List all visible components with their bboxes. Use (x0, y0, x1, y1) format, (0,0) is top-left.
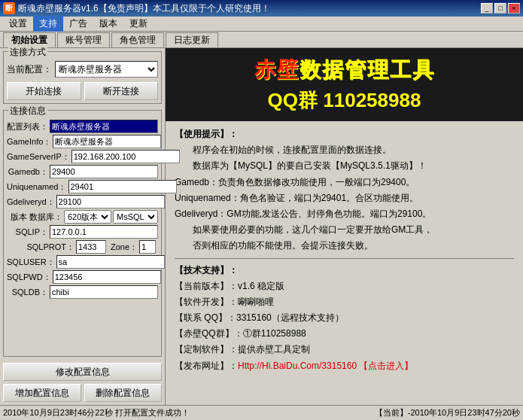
connect-section-title: 连接方式 (8, 46, 47, 59)
support-item-1: 【软件开发】：唰唰啪哩 (175, 295, 514, 309)
support-label-3: 【赤壁QQ群】： (175, 328, 243, 339)
support-link[interactable]: Http://Hi.BaiDu.Com/3315160 【点击进入】 (238, 361, 413, 371)
banner-qq: QQ群 110258988 (268, 87, 421, 114)
support-label-2: 【联系 QQ】： (175, 312, 236, 323)
menu-support[interactable]: 支持 (33, 16, 63, 32)
right-panel: 赤壁数据管理工具 QQ群 110258988 【使用提示】： 程序会在初始的时候… (166, 48, 523, 405)
support-val-3: ①群110258988 (243, 328, 306, 339)
close-button[interactable]: × (508, 3, 520, 14)
gdeliveryd-label: Gdeliveryd： (7, 196, 55, 208)
menu-bar: 设置 支持 广告 版本 更新 (0, 17, 523, 32)
help-item-6: 否则相应的功能不能使用。会提示连接失败。 (175, 239, 514, 253)
help-title: 【使用提示】： (175, 129, 238, 139)
status-right: 【当前】-2010年10月9日23时47分20秒 (375, 407, 520, 418)
divider (175, 258, 514, 259)
support-val-0: v1.6 稳定版 (238, 281, 284, 291)
banner-title-part1: 赤壁 (254, 58, 300, 81)
sqlprot-value[interactable] (76, 240, 106, 254)
config-select[interactable]: 断魂赤壁服务器 (55, 61, 158, 78)
help-item-5: 如果要使用必要的功能，这几个端口一定要开放给GM工具， (175, 223, 514, 237)
support-title: 【技术支持】： (175, 265, 238, 275)
title-bar: 断 断魂赤壁服务器v1.6【免责声明】本工具仅限于个人研究使用！ _ □ × (0, 0, 523, 17)
gamedb-label: Gamedb： (7, 166, 48, 178)
modify-config-button[interactable]: 修改配置信息 (3, 363, 162, 381)
sqluser-value[interactable] (56, 255, 165, 269)
bottom-buttons: 修改配置信息 增加配置信息 删除配置信息 (3, 363, 162, 402)
sqlpwd-value[interactable] (53, 270, 161, 284)
status-bar: 2010年10月9日23时46分22秒 打开配置文件成功！ 【当前】-2010年… (0, 405, 523, 420)
gameinfo-label: GameInfo： (7, 136, 51, 148)
start-connect-button[interactable]: 开始连接 (7, 82, 81, 100)
version-select[interactable]: 620版本 (64, 210, 111, 224)
right-banner: 赤壁数据管理工具 QQ群 110258988 (166, 48, 523, 121)
version-db-label: 版本 数据库： (7, 212, 62, 223)
maximize-button[interactable]: □ (494, 3, 506, 14)
help-item-1: 数据库为【MySQL】的要自己安装【MySQL3.5.1驱动】！ (175, 159, 514, 173)
config-list-label: 配置列表： (7, 121, 48, 132)
support-val-1: 唰唰啪哩 (238, 297, 274, 307)
support-item-5: 【发布网址】：Http://Hi.BaiDu.Com/3315160 【点击进入… (175, 359, 514, 373)
sqldb-label: SQLDB： (7, 287, 48, 298)
banner-title-part2: 数据管理工具 (300, 58, 435, 81)
gameinfo-value[interactable] (53, 135, 161, 148)
support-label-5: 【发布网址】： (175, 361, 238, 371)
main-content: 连接方式 当前配置： 断魂赤壁服务器 开始连接 断开连接 连接信息 配置列表： … (0, 48, 523, 405)
help-item-0: 程序会在初始的时候，连接配置里面的数据连接。 (175, 143, 514, 157)
sqluser-label: SQLUSER： (7, 257, 55, 268)
left-panel: 连接方式 当前配置： 断魂赤壁服务器 开始连接 断开连接 连接信息 配置列表： … (0, 48, 166, 405)
tab-account-management[interactable]: 账号管理 (57, 32, 110, 47)
support-item-0: 【当前版本】：v1.6 稳定版 (175, 279, 514, 294)
support-item-2: 【联系 QQ】：3315160（远程技术支持） (175, 311, 514, 325)
right-content: 【使用提示】： 程序会在初始的时候，连接配置里面的数据连接。 数据库为【MySQ… (166, 121, 523, 405)
app-icon: 断 (3, 2, 15, 14)
menu-update[interactable]: 更新 (123, 16, 154, 32)
support-val-4: 提供赤壁工具定制 (238, 344, 310, 355)
menu-settings[interactable]: 设置 (3, 16, 33, 32)
delete-config-button[interactable]: 删除配置信息 (84, 384, 163, 402)
help-item-2: Gamedb：负责角色数据修改功能使用，一般端口为29400。 (175, 175, 514, 190)
minimize-button[interactable]: _ (481, 3, 493, 14)
window-title: 断魂赤壁服务器v1.6【免责声明】本工具仅限于个人研究使用！ (18, 2, 270, 15)
config-list-value[interactable] (50, 120, 158, 133)
status-left: 2010年10月9日23时46分22秒 打开配置文件成功！ (3, 407, 375, 418)
tab-log-update[interactable]: 日志更新 (166, 32, 218, 47)
menu-version[interactable]: 版本 (93, 16, 123, 32)
connect-section: 连接方式 当前配置： 断魂赤壁服务器 开始连接 断开连接 (3, 51, 162, 104)
sqlprot-label: SQLPROT： (7, 242, 74, 253)
uniquenamed-label: Uniquenamed： (7, 181, 67, 193)
help-item-3: Uniquenamed：角色名验证，端口为29401。合区功能使用。 (175, 191, 514, 205)
current-config-label: 当前配置： (7, 63, 52, 76)
gameserverip-value[interactable] (71, 150, 180, 163)
window-controls[interactable]: _ □ × (481, 3, 520, 14)
support-val-2: 3315160（远程技术支持） (236, 312, 344, 323)
tab-initial-settings[interactable]: 初始设置 (3, 32, 56, 47)
uniquenamed-value[interactable] (68, 180, 177, 193)
sqlip-label: SQLIP： (7, 227, 48, 238)
gdeliveryd-value[interactable] (56, 195, 165, 208)
banner-title: 赤壁数据管理工具 (254, 56, 435, 84)
support-item-4: 【定制软件】：提供赤壁工具定制 (175, 342, 514, 357)
support-label-1: 【软件开发】： (175, 297, 238, 307)
sqlip-value[interactable] (50, 225, 158, 239)
info-section-title: 连接信息 (8, 105, 47, 117)
stop-connect-button[interactable]: 断开连接 (84, 82, 159, 100)
menu-ad[interactable]: 广告 (63, 16, 93, 32)
gameserverip-label: GameServerIP： (7, 151, 70, 163)
tab-role-management[interactable]: 角色管理 (111, 32, 164, 47)
support-label-0: 【当前版本】： (175, 281, 238, 291)
sqlpwd-label: SQLPWD： (7, 272, 51, 283)
sql-type-select[interactable]: MsSQL库 (113, 210, 158, 224)
support-label-4: 【定制软件】： (175, 344, 238, 355)
help-item-4: Gdeliveryd：GM功能,发送公告、封停角色功能。端口为29100。 (175, 207, 514, 221)
zone-value[interactable] (139, 240, 156, 254)
tab-bar: 初始设置 账号管理 角色管理 日志更新 (0, 32, 523, 48)
support-item-3: 【赤壁QQ群】：①群110258988 (175, 327, 514, 341)
zone-label: Zone： (111, 242, 138, 253)
gamedb-value[interactable] (50, 165, 158, 178)
sqldb-value[interactable] (50, 285, 158, 299)
info-section: 连接信息 配置列表： GameInfo： GameServerIP： Gamed… (3, 110, 162, 357)
add-config-button[interactable]: 增加配置信息 (3, 384, 81, 402)
